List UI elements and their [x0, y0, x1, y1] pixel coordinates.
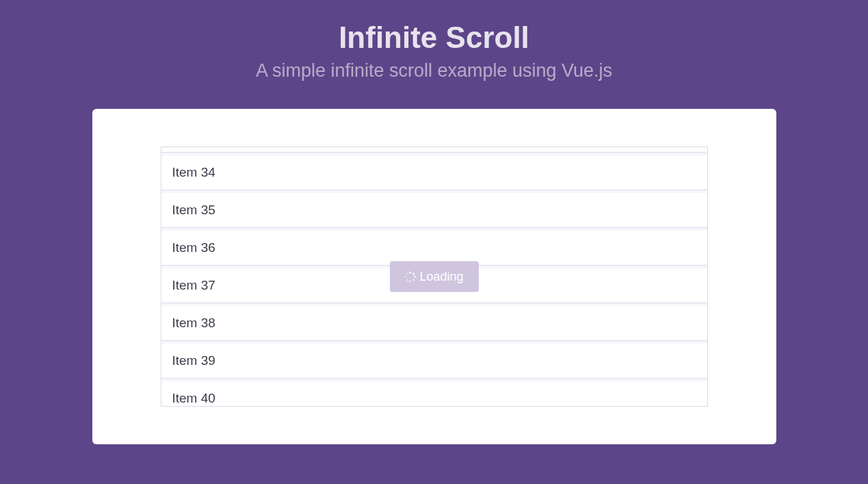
loading-indicator: Loading [389, 262, 478, 292]
list-item[interactable]: Item 36 [161, 231, 707, 266]
list-item[interactable]: Item 38 [161, 306, 707, 341]
list-item[interactable]: Item 40 [161, 381, 707, 407]
list-item[interactable]: Item 39 [161, 344, 707, 379]
scroll-wrapper: Item 34 Item 35 Item 36 Item 37 Item 38 … [161, 147, 708, 407]
loading-label: Loading [419, 270, 463, 284]
list-item[interactable]: Item 35 [161, 193, 707, 228]
page-title: Infinite Scroll [0, 21, 868, 55]
spinner-icon [404, 271, 415, 282]
list-item[interactable]: Item 34 [161, 155, 707, 190]
list-item-partial [161, 147, 707, 153]
page-header: Infinite Scroll A simple infinite scroll… [0, 21, 868, 81]
page-subtitle: A simple infinite scroll example using V… [0, 60, 868, 81]
content-card: Item 34 Item 35 Item 36 Item 37 Item 38 … [92, 109, 776, 444]
